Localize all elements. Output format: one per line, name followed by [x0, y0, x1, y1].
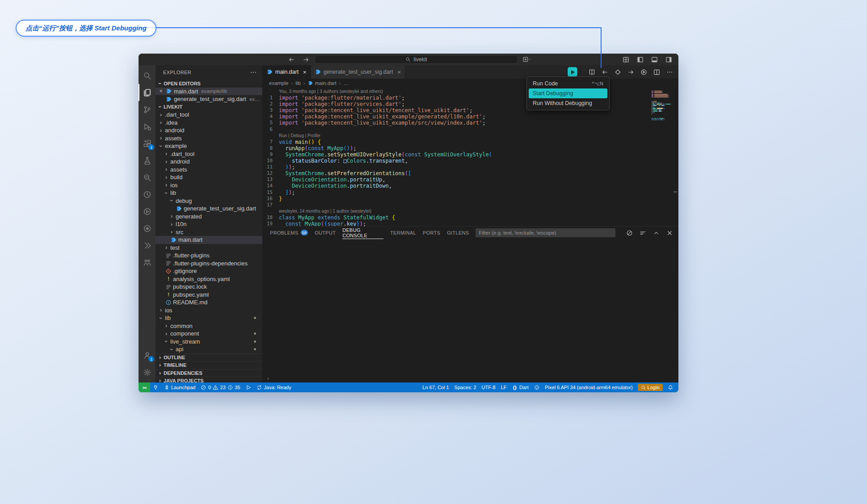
status-java-status[interactable]: Java: Ready	[254, 382, 294, 392]
close-tab-icon[interactable]: ×	[397, 69, 401, 76]
activity-flutter-button[interactable]	[139, 237, 156, 254]
file-flutter-plugins[interactable]: .flutter-plugins	[156, 252, 262, 260]
folder-assets[interactable]: ›assets	[156, 166, 262, 174]
folder-test[interactable]: ›test	[156, 244, 262, 252]
folder-idea[interactable]: ›.idea	[156, 119, 262, 127]
activity-accounts-button[interactable]: 1	[139, 347, 156, 364]
clear-console-button[interactable]	[625, 228, 634, 237]
activity-extensions-button[interactable]: 1	[139, 135, 156, 152]
close-panel-button[interactable]	[665, 228, 674, 237]
file-main-dart[interactable]: main.dart	[156, 236, 262, 244]
breadcrumb-item[interactable]: main.dart	[308, 80, 337, 86]
remote-indicator[interactable]: ><	[139, 382, 150, 392]
codelens-text[interactable]: Run | Debug | Profile	[279, 133, 320, 139]
run-file-button[interactable]	[639, 67, 648, 76]
folder-common[interactable]: ›common	[156, 322, 262, 330]
minimap[interactable]	[651, 88, 671, 226]
status-feedback[interactable]	[531, 382, 543, 392]
folder-ios[interactable]: ›ios	[156, 181, 262, 189]
folder-android[interactable]: ›android	[156, 158, 262, 166]
breadcrumb-item[interactable]: …	[343, 80, 349, 86]
more-actions-button[interactable]	[665, 67, 674, 76]
folder-src[interactable]: ›src	[156, 228, 262, 236]
activity-source-control-button[interactable]	[139, 101, 156, 118]
navigate-back-button[interactable]	[600, 67, 609, 76]
file-pubspec-yaml[interactable]: !pubspec.yaml	[156, 291, 262, 299]
command-center-search[interactable]: livekit	[315, 55, 518, 64]
folder-live-stream[interactable]: ›live_stream	[156, 338, 262, 346]
console-filter-input[interactable]	[476, 228, 615, 237]
activity-record-button[interactable]	[139, 220, 156, 237]
breadcrumb-item[interactable]: lib	[295, 80, 301, 86]
open-editors-header[interactable]: › OPEN EDITORS	[156, 80, 262, 88]
folder-dart-tool[interactable]: ›.dart_tool	[156, 111, 262, 119]
codelens-text[interactable]: You, 3 months ago | 3 authors (wesleylei…	[279, 88, 383, 95]
activity-explorer-button[interactable]	[139, 84, 156, 101]
activity-search-button[interactable]	[139, 67, 156, 84]
codelens-text[interactable]: wesleylei, 14 months ago | 1 author (wes…	[279, 208, 371, 214]
activity-testing-button[interactable]	[139, 152, 156, 169]
panel-tab-debug-console[interactable]: DEBUG CONSOLE	[342, 227, 383, 239]
dart-devtools-button[interactable]	[613, 67, 622, 76]
close-editor-button[interactable]: ×	[158, 88, 164, 94]
folder-lib[interactable]: ›lib	[156, 189, 262, 197]
status-encoding[interactable]: UTF-8	[479, 382, 498, 392]
folder-api[interactable]: ›api	[156, 345, 262, 353]
panel-tab-ports[interactable]: PORTS	[423, 227, 440, 239]
toggle-panel-button[interactable]	[650, 55, 659, 64]
status-language-mode[interactable]: {}Dart	[509, 382, 531, 392]
filter-lines-button[interactable]	[638, 228, 647, 237]
file-pubspec-lock[interactable]: pubspec.lock	[156, 283, 262, 291]
menu-item-run-without-debugging[interactable]: Run Without Debugging	[529, 98, 607, 108]
folder-android[interactable]: ›android	[156, 126, 262, 134]
toggle-primary-sidebar-button[interactable]	[636, 55, 644, 64]
status-notifications[interactable]	[665, 382, 676, 392]
folder-example[interactable]: ›example	[156, 142, 262, 150]
folder-lib[interactable]: ›lib	[156, 314, 262, 322]
project-root-header[interactable]: › LIVEKIT	[156, 103, 262, 111]
open-editor-generate-test-user-sig-dart[interactable]: generate_test_user_sig.dartexample…	[156, 95, 262, 103]
activity-search-editor-button[interactable]	[139, 169, 156, 186]
navigate-forward-button[interactable]	[626, 67, 635, 76]
maximize-panel-button[interactable]	[652, 228, 661, 237]
codelens-line[interactable]: Run | Debug | Profile	[263, 133, 651, 139]
section-java-projects[interactable]: ›JAVA PROJECTS	[156, 377, 262, 382]
explorer-more-actions-icon[interactable]	[250, 69, 257, 76]
breadcrumb-item[interactable]: example	[269, 80, 288, 86]
toggle-secondary-sidebar-button[interactable]	[664, 55, 673, 64]
section-dependencies[interactable]: ›DEPENDENCIES	[156, 369, 262, 377]
file-flutter-plugins-dependencies[interactable]: .flutter-plugins-dependencies	[156, 260, 262, 268]
folder-component[interactable]: ›component	[156, 330, 262, 338]
split-editor-button[interactable]	[652, 67, 661, 76]
file-generate-test-user-sig-dart[interactable]: generate_test_user_sig.dart	[156, 205, 262, 213]
open-editor-main-dart[interactable]: ×main.dartexample/lib	[156, 88, 262, 96]
status-flutter-device[interactable]: Pixel 6 API 34 (android-arm64 emulator)	[542, 382, 635, 392]
section-outline[interactable]: ›OUTLINE	[156, 353, 262, 361]
file-readme-md[interactable]: README.md	[156, 298, 262, 307]
activity-organization-button[interactable]	[139, 254, 156, 271]
status-problems-summary[interactable]: 02335	[198, 382, 243, 392]
codelens-line[interactable]: wesleylei, 14 months ago | 1 author (wes…	[263, 208, 651, 214]
activity-run-circle-button[interactable]	[139, 203, 156, 220]
status-debug-status[interactable]	[243, 382, 254, 392]
folder-assets[interactable]: ›assets	[156, 134, 262, 143]
navigate-back-button[interactable]	[287, 55, 296, 64]
status-launchpad[interactable]: Launchpad	[161, 382, 198, 392]
status-cursor-position[interactable]: Ln 67, Col 1	[420, 382, 451, 392]
activity-run-debug-button[interactable]	[139, 118, 156, 135]
debug-console-output[interactable]: ›	[263, 239, 678, 382]
tab-generate-test-user-sig-dart[interactable]: generate_test_user_sig.dart×	[311, 65, 405, 79]
status-ports[interactable]	[150, 382, 161, 392]
tab-main-dart[interactable]: main.dart×	[263, 65, 311, 79]
activity-settings-button[interactable]	[139, 364, 156, 381]
status-eol[interactable]: LF	[498, 382, 509, 392]
panel-tab-problems[interactable]: PROBLEMS58	[270, 227, 308, 239]
compare-changes-button[interactable]	[587, 67, 596, 76]
run-code-button[interactable]	[568, 67, 577, 76]
folder-debug[interactable]: ›debug	[156, 197, 262, 205]
panel-tab-terminal[interactable]: TERMINAL	[390, 227, 416, 239]
section-timeline[interactable]: ›TIMELINE	[156, 361, 262, 369]
folder-generated[interactable]: ›generated	[156, 213, 262, 221]
folder-dart-tool[interactable]: ›.dart_tool	[156, 150, 262, 158]
close-tab-icon[interactable]: ×	[303, 69, 307, 76]
